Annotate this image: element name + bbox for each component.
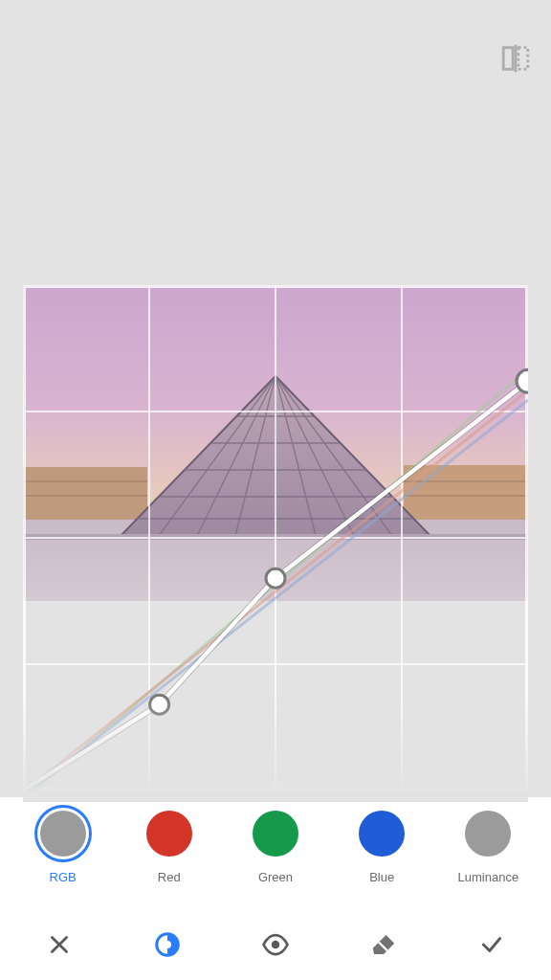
svg-point-37: [272, 940, 280, 948]
bottom-toolbar: [0, 908, 551, 980]
channel-red[interactable]: Red: [121, 811, 217, 884]
channel-green[interactable]: Green: [228, 811, 323, 884]
channel-swatch: [359, 811, 405, 857]
curve-point[interactable]: [266, 568, 285, 588]
channel-rgb[interactable]: RGB: [15, 811, 111, 884]
curve-point[interactable]: [150, 695, 169, 714]
channel-swatch: [465, 811, 511, 857]
channel-luminance[interactable]: Luminance: [440, 811, 536, 884]
x-icon: [47, 932, 72, 957]
flip-horizontal-icon: [499, 42, 532, 75]
channel-label: RGB: [50, 870, 77, 884]
confirm-button[interactable]: [457, 916, 526, 973]
svg-line-33: [23, 390, 528, 791]
check-icon: [479, 932, 504, 957]
channel-label: Blue: [369, 870, 394, 884]
curve-point[interactable]: [517, 369, 528, 392]
cancel-button[interactable]: [25, 916, 94, 973]
channel-swatch: [40, 811, 86, 857]
editor-viewport: [0, 0, 551, 797]
eraser-icon: [369, 930, 398, 959]
channel-swatch: [146, 811, 192, 857]
preview-button[interactable]: [241, 916, 310, 973]
curves-tool-button[interactable]: [133, 916, 202, 973]
eye-icon: [261, 930, 290, 959]
channel-label: Luminance: [458, 870, 519, 884]
channel-blue[interactable]: Blue: [334, 811, 430, 884]
channel-label: Red: [158, 870, 181, 884]
curves-overlay[interactable]: [23, 285, 528, 791]
flip-horizontal-button[interactable]: [499, 42, 532, 75]
svg-rect-2: [518, 48, 528, 70]
channel-selector: RGB Red Green Blue Luminance: [0, 797, 551, 908]
svg-point-36: [164, 941, 171, 948]
channel-swatch: [253, 811, 298, 857]
channel-label: Green: [258, 870, 293, 884]
contrast-target-icon: [153, 930, 182, 959]
reset-button[interactable]: [349, 916, 418, 973]
curves-canvas[interactable]: [23, 285, 528, 791]
svg-rect-0: [503, 48, 513, 70]
